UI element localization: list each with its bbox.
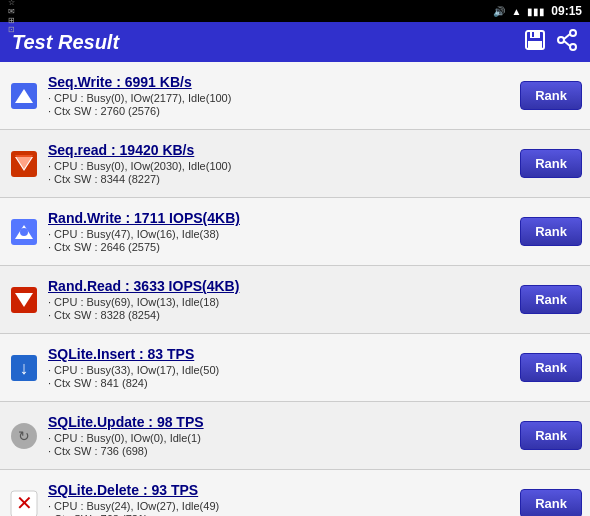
svg-rect-3 [532, 32, 534, 37]
notification-icons: ▣ ☆ ✉ ⊞ ⊡ [8, 6, 22, 16]
svg-rect-1 [530, 31, 540, 38]
result-row-rand-write: Rand.Write : 1711 IOPS(4KB) · CPU : Busy… [0, 198, 590, 266]
sqlite-insert-ctx: · Ctx SW : 841 (824) [48, 377, 512, 389]
svg-rect-2 [528, 41, 542, 48]
page-title: Test Result [12, 31, 119, 54]
seq-read-details: Seq.read : 19420 KB/s · CPU : Busy(0), I… [48, 142, 512, 185]
rand-write-details: Rand.Write : 1711 IOPS(4KB) · CPU : Busy… [48, 210, 512, 253]
rand-write-cpu: · CPU : Busy(47), IOw(16), Idle(38) [48, 228, 512, 240]
sqlite-delete-rank-button[interactable]: Rank [520, 489, 582, 516]
battery-icon: ▮▮▮ [527, 6, 545, 17]
seq-write-title: Seq.Write : 6991 KB/s [48, 74, 512, 90]
sound-icon: 🔊 [493, 6, 505, 17]
result-row-seq-read: Seq.read : 19420 KB/s · CPU : Busy(0), I… [0, 130, 590, 198]
clock: 09:15 [551, 4, 582, 18]
svg-point-6 [558, 37, 564, 43]
seq-read-title: Seq.read : 19420 KB/s [48, 142, 512, 158]
sqlite-update-cpu: · CPU : Busy(0), IOw(0), Idle(1) [48, 432, 512, 444]
rand-write-title: Rand.Write : 1711 IOPS(4KB) [48, 210, 512, 226]
sqlite-insert-icon: ↓ [8, 352, 40, 384]
seq-write-rank-button[interactable]: Rank [520, 81, 582, 110]
status-bar: ▣ ☆ ✉ ⊞ ⊡ 🔊 ▲ ▮▮▮ 09:15 [0, 0, 590, 22]
status-bar-right: 🔊 ▲ ▮▮▮ 09:15 [493, 4, 582, 18]
sqlite-update-ctx: · Ctx SW : 736 (698) [48, 445, 512, 457]
rand-read-cpu: · CPU : Busy(69), IOw(13), Idle(18) [48, 296, 512, 308]
seq-read-ctx: · Ctx SW : 8344 (8227) [48, 173, 512, 185]
svg-point-4 [570, 30, 576, 36]
seq-read-icon [8, 148, 40, 180]
sqlite-insert-details: SQLite.Insert : 83 TPS · CPU : Busy(33),… [48, 346, 512, 389]
svg-text:↓: ↓ [20, 358, 29, 378]
sqlite-delete-cpu: · CPU : Busy(24), IOw(27), Idle(49) [48, 500, 512, 512]
result-row-sqlite-delete: ✕ SQLite.Delete : 93 TPS · CPU : Busy(24… [0, 470, 590, 516]
share-icon[interactable] [556, 29, 578, 56]
svg-line-7 [564, 34, 570, 39]
rand-read-title: Rand.Read : 3633 IOPS(4KB) [48, 278, 512, 294]
results-list: Seq.Write : 6991 KB/s · CPU : Busy(0), I… [0, 62, 590, 516]
seq-write-cpu: · CPU : Busy(0), IOw(2177), Idle(100) [48, 92, 512, 104]
sqlite-delete-title: SQLite.Delete : 93 TPS [48, 482, 512, 498]
rand-read-details: Rand.Read : 3633 IOPS(4KB) · CPU : Busy(… [48, 278, 512, 321]
seq-write-ctx: · Ctx SW : 2760 (2576) [48, 105, 512, 117]
seq-write-icon [8, 80, 40, 112]
rand-read-icon [8, 284, 40, 316]
svg-line-8 [564, 41, 570, 46]
sqlite-insert-rank-button[interactable]: Rank [520, 353, 582, 382]
rand-read-rank-button[interactable]: Rank [520, 285, 582, 314]
sqlite-delete-icon: ✕ [8, 488, 40, 517]
save-icon[interactable] [524, 29, 546, 56]
sqlite-update-details: SQLite.Update : 98 TPS · CPU : Busy(0), … [48, 414, 512, 457]
result-row-seq-write: Seq.Write : 6991 KB/s · CPU : Busy(0), I… [0, 62, 590, 130]
title-actions [524, 29, 578, 56]
sqlite-insert-title: SQLite.Insert : 83 TPS [48, 346, 512, 362]
result-row-rand-read: Rand.Read : 3633 IOPS(4KB) · CPU : Busy(… [0, 266, 590, 334]
svg-point-16 [20, 228, 28, 236]
sqlite-update-rank-button[interactable]: Rank [520, 421, 582, 450]
status-bar-left: ▣ ☆ ✉ ⊞ ⊡ [8, 6, 22, 16]
svg-text:✕: ✕ [16, 492, 33, 514]
seq-read-rank-button[interactable]: Rank [520, 149, 582, 178]
svg-point-5 [570, 44, 576, 50]
svg-text:↻: ↻ [18, 428, 30, 444]
result-row-sqlite-insert: ↓ SQLite.Insert : 83 TPS · CPU : Busy(33… [0, 334, 590, 402]
rand-write-ctx: · Ctx SW : 2646 (2575) [48, 241, 512, 253]
sqlite-delete-details: SQLite.Delete : 93 TPS · CPU : Busy(24),… [48, 482, 512, 516]
sqlite-update-title: SQLite.Update : 98 TPS [48, 414, 512, 430]
sqlite-update-icon: ↻ [8, 420, 40, 452]
rand-write-icon [8, 216, 40, 248]
seq-read-cpu: · CPU : Busy(0), IOw(2030), Idle(100) [48, 160, 512, 172]
title-bar: Test Result [0, 22, 590, 62]
result-row-sqlite-update: ↻ SQLite.Update : 98 TPS · CPU : Busy(0)… [0, 402, 590, 470]
rand-write-rank-button[interactable]: Rank [520, 217, 582, 246]
sqlite-insert-cpu: · CPU : Busy(33), IOw(17), Idle(50) [48, 364, 512, 376]
seq-write-details: Seq.Write : 6991 KB/s · CPU : Busy(0), I… [48, 74, 512, 117]
wifi-icon: ▲ [511, 6, 521, 17]
rand-read-ctx: · Ctx SW : 8328 (8254) [48, 309, 512, 321]
